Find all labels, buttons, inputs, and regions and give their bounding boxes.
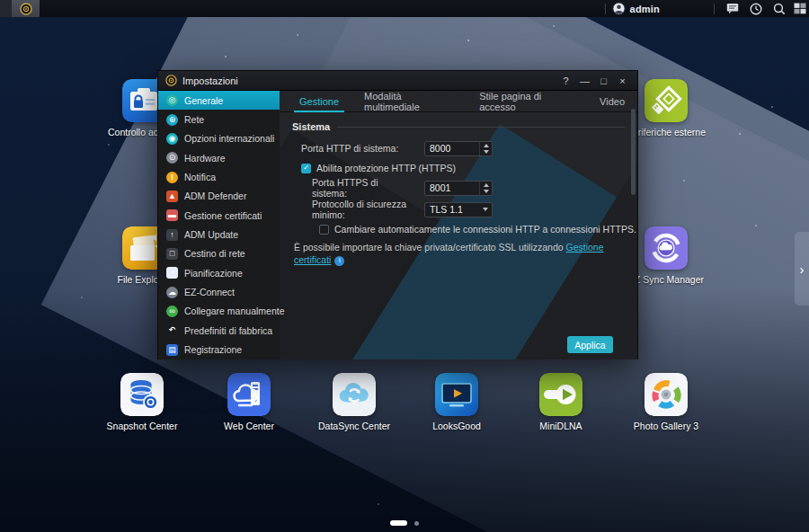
tls-label: Protocollo di sicurezza minimo: — [292, 199, 413, 220]
factory-reset-arrow-icon: ↶ — [166, 324, 178, 336]
web-center-icon — [227, 373, 271, 416]
desktop-icon-minidlna[interactable]: MiniDLNA — [518, 373, 604, 431]
asustor-menu-button[interactable] — [12, 0, 40, 17]
https-port-spinner[interactable] — [479, 182, 492, 195]
http-port-input[interactable] — [425, 142, 479, 155]
looksgood-icon — [435, 373, 478, 416]
https-port-input[interactable] — [425, 182, 479, 195]
https-enable-label: Abilita protezione HTTP (HTTPS) — [316, 163, 456, 173]
minimize-button[interactable]: — — [577, 74, 592, 87]
https-port-field — [424, 181, 493, 196]
settings-titlebar[interactable]: Impostazioni ? — □ × — [158, 71, 637, 91]
notification-icon: ! — [166, 172, 178, 183]
tls-select[interactable]: TLS 1.1 — [424, 202, 493, 217]
pager-page-2[interactable] — [414, 521, 419, 526]
certificate-card-icon: ▬ — [166, 209, 178, 221]
search-button[interactable] — [768, 0, 791, 17]
info-icon[interactable]: i — [334, 256, 344, 266]
settings-window: Impostazioni ? — □ × ◎ Generale ⊕ Rete ◉… — [157, 70, 638, 359]
desktop-icon-photo-gallery-3[interactable]: Photo Gallery 3 — [623, 373, 709, 431]
settings-sidebar: ◎ Generale ⊕ Rete ◉ Opzioni internaziona… — [158, 91, 280, 359]
https-enable-checkbox[interactable] — [301, 164, 311, 173]
desktop-icon-datasync-center[interactable]: DataSync Center — [311, 373, 397, 431]
user-avatar-icon — [612, 2, 626, 15]
desktop-icon-label: Photo Gallery 3 — [634, 421, 698, 431]
close-button[interactable]: × — [615, 74, 630, 87]
chat-bubble-icon — [726, 3, 739, 14]
certificate-note-period: . — [294, 267, 297, 272]
photo-gallery-3-icon — [645, 373, 688, 416]
registration-book-icon: ▤ — [166, 344, 178, 356]
https-redirect-checkbox[interactable] — [319, 225, 329, 235]
chevron-right-icon: › — [800, 262, 805, 276]
sidebar-item-cestino-di-rete[interactable]: □ Cestino di rete — [158, 244, 280, 263]
gauge-clock-icon — [750, 3, 762, 15]
hardware-chip-icon: ⊙ — [166, 152, 178, 164]
sidebar-item-adm-defender[interactable]: ▲ ADM Defender — [158, 187, 280, 206]
sidebar-item-collegare-manualmente[interactable]: ∞ Collegare manualmente — [158, 302, 280, 321]
network-recycle-bin-icon: □ — [166, 248, 178, 260]
topbar-separator — [714, 4, 715, 14]
desktop-icon-looksgood[interactable]: LooksGood — [413, 373, 500, 431]
desktop-icon-snapshot-center[interactable]: Snapshot Center — [99, 373, 185, 431]
tab-video[interactable]: Video — [587, 91, 637, 112]
update-arrow-icon: ↑ — [166, 229, 178, 241]
section-sistema: Sistema — [292, 121, 625, 132]
asustor-logo-icon — [20, 3, 32, 15]
https-redirect-label: Cambiare automaticamente le connessioni … — [334, 224, 636, 235]
general-sphere-icon: ◎ — [166, 94, 178, 106]
tab-stile-pagina-di-accesso[interactable]: Stile pagina di accesso — [467, 91, 587, 112]
sidebar-item-adm-update[interactable]: ↑ ADM Update — [158, 225, 280, 244]
content-scrollbar[interactable] — [631, 109, 636, 195]
maximize-button[interactable]: □ — [596, 74, 611, 87]
topbar-left-strip — [0, 0, 12, 17]
system-top-bar: admin — [0, 0, 809, 17]
settings-scroll-area: Sistema Porta HTTP di sistema: Abilita p… — [280, 112, 637, 272]
snapshot-center-icon — [120, 373, 164, 416]
scheduler-calendar-icon: ◔ — [166, 267, 178, 279]
task-view-button[interactable] — [791, 0, 809, 17]
sidebar-item-hardware[interactable]: ⊙ Hardware — [158, 148, 280, 167]
settings-content: Gestione Modalità multimediale Stile pag… — [280, 91, 637, 359]
sidebar-item-predefiniti-di-fabbrica[interactable]: ↶ Predefiniti di fabbrica — [158, 321, 280, 340]
sidebar-item-opzioni-internazionali[interactable]: ◉ Opzioni internazionali — [158, 129, 280, 148]
https-enable-row: Abilita protezione HTTP (HTTPS) — [292, 159, 625, 177]
notifications-chat-button[interactable] — [721, 0, 744, 17]
cloud-connect-icon: ☁ — [166, 287, 178, 298]
sidebar-item-ez-connect[interactable]: ☁ EZ-Connect — [158, 282, 280, 301]
resource-monitor-button[interactable] — [744, 0, 768, 17]
section-divider — [337, 127, 625, 128]
certificate-note-text: È possibile importare la chiave privata/… — [294, 242, 566, 253]
tab-gestione[interactable]: Gestione — [287, 91, 351, 112]
sidebar-item-generale[interactable]: ◎ Generale — [158, 91, 280, 110]
desktop-icon-label: Periferiche esterne — [627, 127, 706, 137]
manual-link-icon: ∞ — [166, 306, 178, 317]
http-port-field — [424, 141, 493, 156]
tls-row: Protocollo di sicurezza minimo: TLS 1.1 — [292, 199, 625, 220]
sidebar-item-pianificazione[interactable]: ◔ Pianificazione — [158, 263, 280, 282]
settings-gear-icon — [165, 75, 177, 86]
http-port-spinner[interactable] — [479, 142, 492, 155]
side-panel-toggle[interactable]: › — [795, 232, 809, 306]
desktop-icon-web-center[interactable]: Web Center — [206, 373, 292, 431]
network-globe-icon: ⊕ — [166, 114, 178, 126]
user-menu[interactable]: admin — [612, 2, 660, 15]
http-port-row: Porta HTTP di sistema: — [292, 137, 625, 159]
desktop-icon-label: LooksGood — [432, 421, 481, 431]
tab-modalita-multimediale[interactable]: Modalità multimediale — [351, 91, 467, 112]
sidebar-item-rete[interactable]: ⊕ Rete — [158, 110, 280, 129]
help-button[interactable]: ? — [558, 74, 573, 87]
apply-button[interactable]: Applica — [567, 336, 613, 353]
topbar-separator — [605, 4, 606, 14]
tls-selected-value: TLS 1.1 — [425, 204, 479, 215]
settings-tabs: Gestione Modalità multimediale Stile pag… — [280, 91, 637, 112]
http-port-label: Porta HTTP di sistema: — [292, 143, 413, 154]
pager-page-1-active[interactable] — [390, 520, 407, 526]
sidebar-item-gestione-certificati[interactable]: ▬ Gestione certificati — [158, 206, 280, 225]
search-icon — [773, 3, 786, 15]
datasync-center-icon — [333, 373, 376, 416]
sidebar-item-registrazione[interactable]: ▤ Registrazione — [158, 340, 280, 359]
firewall-flame-icon: ▲ — [166, 191, 178, 202]
sidebar-item-notifica[interactable]: ! Notifica — [158, 167, 280, 186]
https-redirect-row: Cambiare automaticamente le connessioni … — [292, 220, 625, 238]
